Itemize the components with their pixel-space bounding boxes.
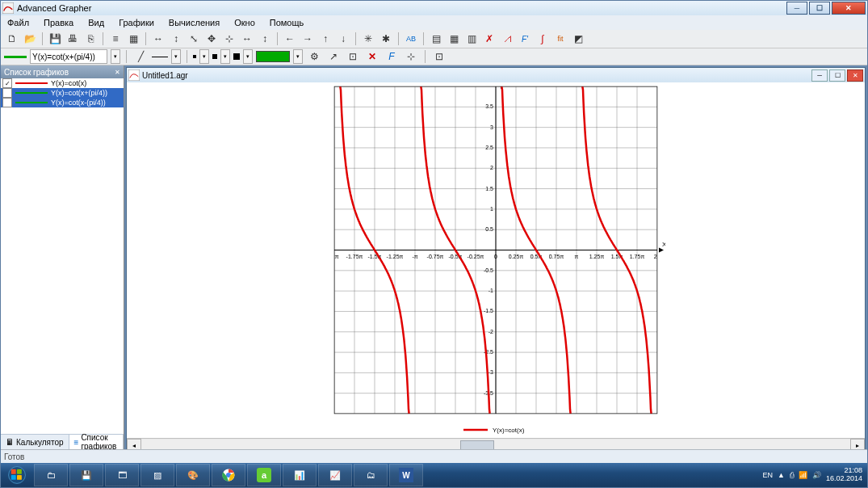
menu-window[interactable]: Окно (231, 17, 258, 28)
doc-maximize-button[interactable]: ☐ (829, 69, 845, 82)
tray-flag-icon[interactable]: ▲ (778, 471, 785, 479)
options-icon[interactable]: ▤ (428, 31, 444, 47)
delete-icon[interactable]: ✕ (364, 48, 380, 65)
menu-graphs[interactable]: Графики (115, 17, 157, 28)
save-icon[interactable]: 💾 (47, 31, 63, 47)
graph-checkbox-1[interactable] (2, 88, 12, 98)
task-grapher[interactable]: 📈 (318, 464, 352, 486)
menu-help[interactable]: Помощь (266, 17, 308, 28)
plot-area[interactable]: XY-2π-1.75π-1.5π-1.25π-π-0.75π-0.5π-0.25… (326, 82, 665, 438)
prop-icon-1[interactable]: ⚙ (306, 48, 322, 65)
task-app-1[interactable]: 💾 (69, 464, 103, 486)
pan-left-icon[interactable]: ← (282, 31, 298, 47)
task-explorer[interactable]: 🗀 (34, 464, 68, 486)
prop-icon-5[interactable]: ⊹ (403, 48, 419, 65)
tab-calculator[interactable]: 🖩 Калькулятор (1, 435, 69, 449)
system-tray[interactable]: EN ▲ ⎙ 📶 🔊 21:08 16.02.2014 (758, 463, 867, 487)
svg-text:2: 2 (490, 165, 493, 170)
formula-input[interactable] (30, 49, 107, 64)
linestyle-dropdown[interactable]: ▾ (171, 49, 181, 64)
tray-volume-icon[interactable]: 🔊 (812, 471, 821, 479)
list-icon[interactable]: ≡ (107, 31, 124, 47)
roots-icon[interactable]: ✗ (481, 31, 497, 47)
tab-graph-list[interactable]: ≡ Список графиков (69, 435, 124, 449)
pan-down-icon[interactable]: ↓ (335, 31, 351, 47)
fit-h-icon[interactable]: ↔ (239, 31, 255, 47)
window-minimize-button[interactable]: ─ (786, 2, 807, 15)
task-chrome[interactable] (212, 464, 245, 486)
linestyle-button[interactable]: ╱ (132, 48, 149, 65)
pan-right-icon[interactable]: → (300, 31, 316, 47)
open-icon[interactable]: 📂 (22, 31, 38, 47)
label-icon[interactable]: AB (403, 31, 419, 47)
svg-text:1.75π: 1.75π (630, 254, 645, 259)
doc-close-button[interactable]: ✕ (847, 69, 863, 82)
zoom-out-h-icon[interactable]: ⤡ (186, 31, 202, 47)
fit-v-icon[interactable]: ↕ (257, 31, 273, 47)
copy-icon[interactable]: ⎘ (82, 31, 99, 47)
menu-calc[interactable]: Вычисления (166, 17, 223, 28)
zoom-area-icon[interactable]: ✥ (203, 31, 220, 47)
sidebar-close-icon[interactable]: ✕ (115, 69, 120, 76)
graph-checkbox-0[interactable]: ✓ (2, 78, 12, 88)
new-icon[interactable]: 🗋 (4, 31, 20, 47)
graph-row-1[interactable]: Y(x)=cot(x+(pi/4)) (1, 88, 124, 98)
graph-checkbox-2[interactable] (2, 98, 12, 107)
intersect-icon[interactable]: ✱ (378, 31, 394, 47)
tray-clock[interactable]: 21:08 16.02.2014 (826, 467, 862, 483)
svg-rect-1 (128, 69, 140, 81)
zoom-in-icon[interactable]: ⊹ (221, 31, 237, 47)
task-app-3[interactable]: ▨ (140, 464, 174, 486)
horizontal-scrollbar[interactable]: ◂ ▸ (127, 438, 865, 449)
fit-curve-icon[interactable]: fit (552, 31, 568, 47)
width-dropdown-1[interactable]: ▾ (199, 49, 209, 64)
prop-icon-3[interactable]: ⊡ (345, 48, 361, 65)
document-window: Untitled1.agr ─ ☐ ✕ XY-2π-1.75π-1.5π-1.2… (126, 67, 866, 449)
menu-view[interactable]: Вид (85, 17, 107, 28)
prop-icon-2[interactable]: ↗ (325, 48, 342, 65)
width-small-icon[interactable] (193, 55, 196, 58)
window-icon[interactable]: ▥ (463, 31, 480, 47)
graph-row-2[interactable]: Y(x)=cot(x-(pi/4)) (1, 98, 124, 107)
scroll-right-button[interactable]: ▸ (850, 439, 865, 449)
tray-lang[interactable]: EN (763, 471, 774, 479)
task-app-5[interactable]: 🗂 (354, 464, 388, 486)
task-word[interactable]: W (389, 464, 423, 486)
fx-icon[interactable]: F' (517, 31, 533, 47)
start-button[interactable] (1, 463, 33, 487)
width-med-icon[interactable] (212, 54, 217, 59)
scroll-thumb[interactable] (460, 440, 494, 449)
extrema-icon[interactable]: ⩘ (499, 31, 515, 47)
task-gimp[interactable]: 🎨 (176, 464, 210, 486)
table-icon[interactable]: ▦ (446, 31, 462, 47)
width-large-icon[interactable] (233, 53, 240, 60)
task-app-4[interactable]: a (247, 464, 281, 486)
window-close-button[interactable]: ✕ (832, 2, 866, 15)
task-powerpoint[interactable]: 📊 (283, 464, 317, 486)
prop-icon-4[interactable]: F (384, 48, 400, 65)
color-swatch[interactable] (4, 56, 27, 58)
width-dropdown-2[interactable]: ▾ (220, 49, 230, 64)
print-icon[interactable]: 🖶 (65, 31, 81, 47)
width-dropdown-3[interactable]: ▾ (243, 49, 253, 64)
arrow-lr-icon[interactable]: ↔ (150, 31, 166, 47)
prop-icon-6[interactable]: ⊡ (431, 48, 447, 65)
menu-edit[interactable]: Правка (40, 17, 77, 28)
integral-icon[interactable]: ∫ (535, 31, 551, 47)
window-maximize-button[interactable]: ☐ (809, 2, 830, 15)
settings-icon[interactable]: ◩ (570, 31, 586, 47)
arrow-ud-icon[interactable]: ↕ (168, 31, 184, 47)
fill-dropdown[interactable]: ▾ (293, 49, 303, 64)
doc-minimize-button[interactable]: ─ (811, 69, 828, 82)
fill-color-swatch[interactable] (256, 51, 290, 62)
trace-icon[interactable]: ✳ (360, 31, 376, 47)
tray-signal-icon[interactable]: 📶 (799, 471, 807, 479)
scroll-left-button[interactable]: ◂ (127, 439, 141, 449)
graph-row-0[interactable]: ✓ Y(x)=cot(x) (1, 78, 124, 88)
grid-icon[interactable]: ▦ (125, 31, 141, 47)
task-app-2[interactable]: 🗔 (105, 464, 139, 486)
tray-network-icon[interactable]: ⎙ (790, 471, 794, 479)
pan-up-icon[interactable]: ↑ (317, 31, 333, 47)
menu-file[interactable]: Файл (4, 17, 32, 28)
formula-dropdown[interactable]: ▾ (111, 49, 120, 64)
